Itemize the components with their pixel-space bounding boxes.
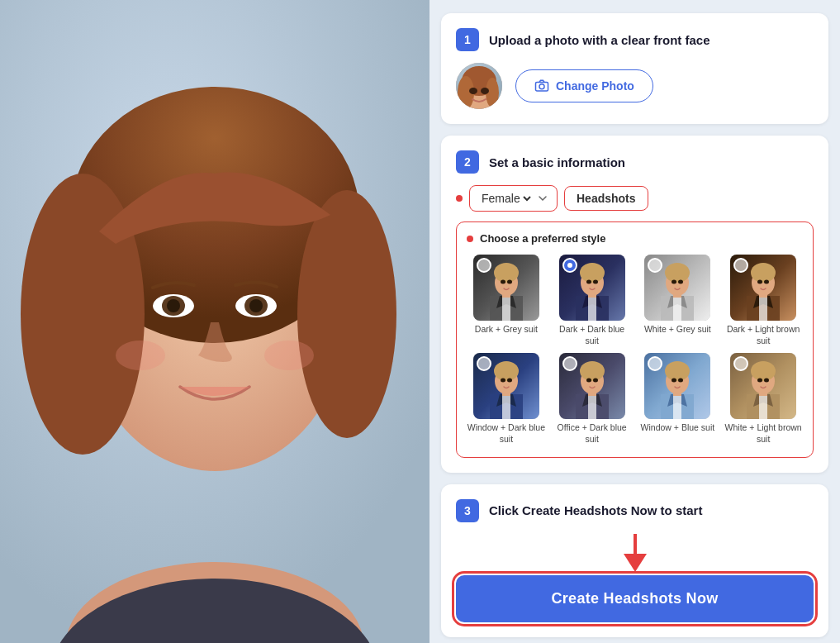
style-item-4[interactable]: Dark + Light brown suit xyxy=(724,255,803,346)
create-btn-wrap: Create Headshots Now xyxy=(456,575,814,622)
style-section-header: Choose a preferred style xyxy=(467,232,803,245)
svg-point-54 xyxy=(757,280,762,284)
style-img-7 xyxy=(644,353,710,419)
svg-point-39 xyxy=(593,280,598,284)
svg-rect-74 xyxy=(673,394,681,419)
svg-point-21 xyxy=(481,88,489,94)
chevron-down-icon xyxy=(537,193,548,204)
svg-rect-34 xyxy=(588,296,596,321)
svg-rect-58 xyxy=(502,394,510,419)
svg-point-46 xyxy=(672,280,676,284)
svg-point-78 xyxy=(672,379,676,383)
svg-point-20 xyxy=(469,88,477,94)
svg-point-30 xyxy=(501,280,505,284)
style-item-3[interactable]: White + Grey suit xyxy=(638,255,718,346)
svg-point-13 xyxy=(116,341,165,370)
svg-point-37 xyxy=(580,263,605,283)
style-section-label: Choose a preferred style xyxy=(480,232,605,245)
style-img-8 xyxy=(730,353,796,419)
headshots-tag: Headshots xyxy=(564,186,648,211)
style-radio-4 xyxy=(733,258,748,273)
svg-point-69 xyxy=(580,361,605,381)
style-item-1[interactable]: Dark + Grey suit xyxy=(467,255,546,346)
svg-point-53 xyxy=(751,263,776,283)
svg-point-77 xyxy=(665,361,690,381)
style-label-4: Dark + Light brown suit xyxy=(724,324,803,346)
svg-point-47 xyxy=(678,280,683,284)
step-1-badge: 1 xyxy=(456,28,479,51)
photo-row: Change Photo xyxy=(456,63,814,109)
step-1-card: 1 Upload a photo with a clear front face xyxy=(441,13,828,124)
svg-rect-50 xyxy=(759,296,767,321)
style-img-2 xyxy=(559,255,625,321)
style-bullet xyxy=(467,236,473,242)
svg-rect-42 xyxy=(673,296,681,321)
style-label-5: Window + Dark blue suit xyxy=(467,422,546,445)
style-label-8: White + Light brown suit xyxy=(724,422,803,445)
change-photo-label: Change Photo xyxy=(556,79,634,93)
style-label-1: Dark + Grey suit xyxy=(475,324,538,336)
svg-point-31 xyxy=(507,280,512,284)
step-2-title: Set a basic information xyxy=(489,155,625,169)
svg-rect-26 xyxy=(502,296,510,321)
arrow-wrap xyxy=(456,534,814,572)
style-img-3 xyxy=(644,255,710,321)
svg-point-85 xyxy=(751,361,776,381)
style-item-5[interactable]: Window + Dark blue suit xyxy=(467,353,546,445)
avatar xyxy=(456,63,502,109)
change-photo-button[interactable]: Change Photo xyxy=(515,69,653,102)
step-3-badge: 3 xyxy=(456,499,479,522)
arrow-shaft xyxy=(634,534,637,554)
svg-point-11 xyxy=(167,299,180,312)
svg-point-45 xyxy=(665,263,690,283)
bullet-dot xyxy=(456,195,463,202)
style-img-4 xyxy=(730,255,796,321)
svg-point-71 xyxy=(593,379,598,383)
svg-point-70 xyxy=(586,379,591,383)
style-item-8[interactable]: White + Light brown suit xyxy=(724,353,803,445)
step-3-title: Click Create Headshots Now to start xyxy=(489,503,702,517)
svg-point-6 xyxy=(297,190,396,438)
svg-point-63 xyxy=(507,379,512,383)
step-2-badge: 2 xyxy=(456,150,479,174)
right-panel: 1 Upload a photo with a clear front face xyxy=(429,0,840,643)
svg-point-23 xyxy=(539,84,544,89)
style-label-2: Dark + Dark blue suit xyxy=(553,324,632,346)
style-item-7[interactable]: Window + Blue suit xyxy=(638,353,718,445)
arrow-down-icon xyxy=(624,554,647,572)
step-3-card: 3 Click Create Headshots Now to start Cr… xyxy=(441,484,828,637)
svg-point-87 xyxy=(764,379,769,383)
style-img-6 xyxy=(559,353,625,419)
svg-rect-66 xyxy=(588,394,596,419)
gender-select-wrap[interactable]: Female Male xyxy=(469,185,558,212)
style-grid: Dark + Grey suit xyxy=(467,255,803,445)
svg-point-12 xyxy=(249,299,263,312)
step-2-header: 2 Set a basic information xyxy=(456,150,814,174)
style-radio-1 xyxy=(477,258,491,273)
style-label-7: Window + Blue suit xyxy=(641,422,715,434)
style-radio-6 xyxy=(562,356,577,371)
svg-point-62 xyxy=(501,379,505,383)
svg-point-86 xyxy=(757,379,762,383)
style-item-6[interactable]: Office + Dark blue suit xyxy=(553,353,632,445)
svg-point-61 xyxy=(494,361,519,381)
style-radio-2 xyxy=(562,258,577,273)
step-2-card: 2 Set a basic information Female Male He… xyxy=(441,136,828,473)
svg-point-79 xyxy=(678,379,683,383)
create-headshots-button[interactable]: Create Headshots Now xyxy=(456,575,814,622)
style-item-2[interactable]: Dark + Dark blue suit xyxy=(553,255,632,346)
style-img-1 xyxy=(473,255,539,321)
left-panel xyxy=(0,0,429,643)
step-1-header: 1 Upload a photo with a clear front face xyxy=(456,28,814,51)
svg-point-29 xyxy=(494,263,519,283)
camera-icon xyxy=(534,79,549,93)
svg-rect-82 xyxy=(759,394,767,419)
gender-select[interactable]: Female Male xyxy=(478,191,534,206)
gender-row: Female Male Headshots xyxy=(456,185,814,212)
svg-point-38 xyxy=(586,280,591,284)
step-3-header: 3 Click Create Headshots Now to start xyxy=(456,499,814,522)
svg-point-14 xyxy=(264,341,314,370)
style-img-5 xyxy=(473,353,539,419)
style-section: Choose a preferred style xyxy=(456,221,814,458)
style-label-3: White + Grey suit xyxy=(644,324,711,336)
